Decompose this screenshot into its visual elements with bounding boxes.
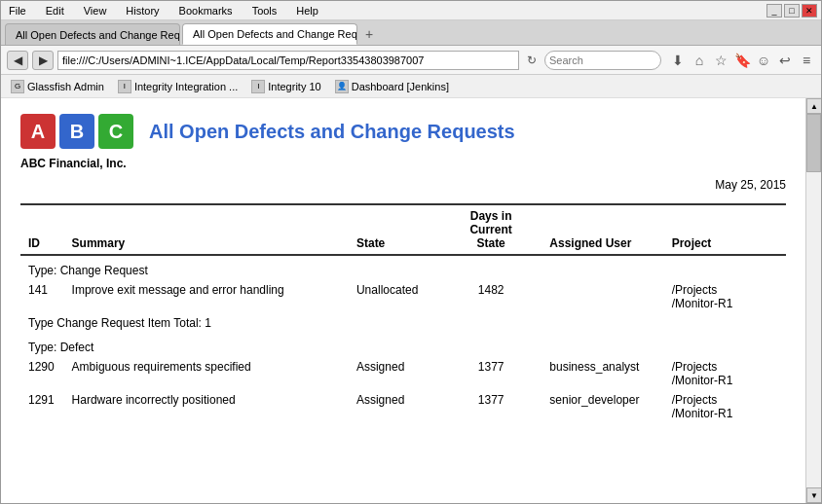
logo-block-c: C <box>98 114 133 149</box>
row-1290-user: business_analyst <box>542 357 663 390</box>
menu-help[interactable]: Help <box>292 5 322 17</box>
scrollbar: ▲ ▼ <box>805 98 821 503</box>
table-header-row: ID Summary State Days in CurrentState As… <box>20 204 786 255</box>
row-1290-project: /Projects/Monitor-R1 <box>664 357 786 390</box>
row-1290-days: 1377 <box>440 357 542 390</box>
company-name: ABC Financial, Inc. <box>20 157 786 170</box>
row-141-state: Unallocated <box>349 280 440 313</box>
header-project: Project <box>664 204 786 255</box>
menu-tools[interactable]: Tools <box>248 5 281 17</box>
menu-history[interactable]: History <box>122 5 163 17</box>
menu-bar: File Edit View History Bookmarks Tools H… <box>1 1 821 20</box>
content-area: A B C All Open Defects and Change Reques… <box>1 98 821 503</box>
bookmark-glassfish[interactable]: G Glassfish Admin <box>7 78 108 95</box>
section-defect-label: Type: Defect <box>20 333 786 357</box>
row-1291-days: 1377 <box>440 390 542 423</box>
logo-block-a: A <box>20 114 56 149</box>
close-button[interactable]: ✕ <box>802 4 817 18</box>
scroll-track[interactable] <box>806 114 821 487</box>
row-1290-state: Assigned <box>349 357 440 390</box>
row-1291-project: /Projects/Monitor-R1 <box>664 390 786 423</box>
scroll-up-button[interactable]: ▲ <box>806 98 821 114</box>
logo-section: A B C All Open Defects and Change Reques… <box>20 114 786 149</box>
row-141-project: /Projects/Monitor-R1 <box>664 280 786 313</box>
header-id: ID <box>20 204 64 255</box>
tab-1-label: All Open Defects and Change Requ... <box>193 28 357 40</box>
section-change-request-header: Type: Change Request <box>20 255 786 280</box>
bookmarks-bar: G Glassfish Admin I Integrity Integratio… <box>1 75 821 98</box>
section-defect-header: Type: Defect <box>20 333 786 357</box>
bookmark-integrity-10[interactable]: I Integrity 10 <box>247 78 324 95</box>
change-request-total-label: Type Change Request Item Total: 1 <box>20 313 786 333</box>
search-input[interactable] <box>544 51 661 70</box>
maximize-button[interactable]: □ <box>784 4 800 18</box>
new-tab-button[interactable]: + <box>359 23 379 45</box>
bookmark-integrity-10-label: Integrity 10 <box>268 81 320 92</box>
star-icon[interactable]: ☆ <box>712 53 729 68</box>
row-1291-summary: Hardware incorrectly positioned <box>64 390 349 423</box>
tab-bar: All Open Defects and Change Requ... ✕ Al… <box>1 20 821 46</box>
user-icon[interactable]: ☺ <box>755 53 772 68</box>
tab-0[interactable]: All Open Defects and Change Requ... ✕ <box>5 23 180 45</box>
window-frame: File Edit View History Bookmarks Tools H… <box>0 0 822 504</box>
forward-button[interactable]: ▶ <box>32 51 54 70</box>
home-icon[interactable]: ⌂ <box>691 53 708 68</box>
row-141-id: 141 <box>20 280 64 313</box>
toolbar-icons: ⬇ ⌂ ☆ 🔖 ☺ ↩ ≡ <box>669 53 815 68</box>
report-table: ID Summary State Days in CurrentState As… <box>20 203 786 423</box>
bookmark-integrity-integration-label: Integrity Integration ... <box>134 81 238 92</box>
bookmark-integrity-10-icon: I <box>251 80 265 93</box>
row-141-summary: Improve exit message and error handling <box>64 280 349 313</box>
row-141-user <box>542 280 663 313</box>
section-change-request-label: Type: Change Request <box>20 255 786 280</box>
report-title: All Open Defects and Change Requests <box>149 121 515 143</box>
table-row: 141 Improve exit message and error handl… <box>20 280 786 313</box>
row-1290-summary: Ambiguous requirements specified <box>64 357 349 390</box>
download-icon[interactable]: ⬇ <box>669 53 687 68</box>
row-1291-state: Assigned <box>349 390 440 423</box>
header-summary: Summary <box>64 204 349 255</box>
scroll-thumb[interactable] <box>806 114 821 172</box>
bookmark-dashboard-label: Dashboard [Jenkins] <box>352 81 449 92</box>
logo-blocks: A B C <box>20 114 133 149</box>
row-1290-id: 1290 <box>20 357 64 390</box>
bookmark-integrity-integration[interactable]: I Integrity Integration ... <box>114 78 242 95</box>
tab-1[interactable]: All Open Defects and Change Requ... ✕ <box>182 23 357 45</box>
header-days: Days in CurrentState <box>440 204 542 255</box>
bookmark-icon[interactable]: 🔖 <box>733 53 751 68</box>
menu-view[interactable]: View <box>80 5 111 17</box>
back-arrow-icon[interactable]: ↩ <box>776 53 794 68</box>
bookmark-dashboard-icon: 👤 <box>335 80 349 93</box>
menu-edit[interactable]: Edit <box>42 5 68 17</box>
report-date: May 25, 2015 <box>20 178 786 192</box>
tab-0-label: All Open Defects and Change Requ... <box>16 29 180 41</box>
address-input[interactable] <box>57 51 519 70</box>
change-request-total-row: Type Change Request Item Total: 1 <box>20 313 786 333</box>
menu-icon[interactable]: ≡ <box>798 53 815 68</box>
scroll-down-button[interactable]: ▼ <box>806 487 821 503</box>
menu-file[interactable]: File <box>5 5 30 17</box>
minimize-button[interactable]: _ <box>766 4 782 18</box>
table-row: 1291 Hardware incorrectly positioned Ass… <box>20 390 786 423</box>
menu-bookmarks[interactable]: Bookmarks <box>175 5 237 17</box>
header-user: Assigned User <box>542 204 663 255</box>
bookmark-glassfish-icon: G <box>11 80 24 93</box>
row-1291-user: senior_developer <box>542 390 663 423</box>
bookmark-dashboard[interactable]: 👤 Dashboard [Jenkins] <box>331 78 453 95</box>
row-1291-id: 1291 <box>20 390 64 423</box>
table-row: 1290 Ambiguous requirements specified As… <box>20 357 786 390</box>
header-state: State <box>349 204 440 255</box>
logo-block-b: B <box>59 114 94 149</box>
row-141-days: 1482 <box>440 280 542 313</box>
bookmark-integrity-integration-icon: I <box>118 80 131 93</box>
back-button[interactable]: ◀ <box>7 51 28 70</box>
page-content: A B C All Open Defects and Change Reques… <box>1 98 805 503</box>
window-controls: _ □ ✕ <box>766 4 817 18</box>
bookmark-glassfish-label: Glassfish Admin <box>27 81 104 92</box>
address-bar: ◀ ▶ ↻ ⬇ ⌂ ☆ 🔖 ☺ ↩ ≡ <box>1 46 821 75</box>
refresh-button[interactable]: ↻ <box>523 51 541 70</box>
